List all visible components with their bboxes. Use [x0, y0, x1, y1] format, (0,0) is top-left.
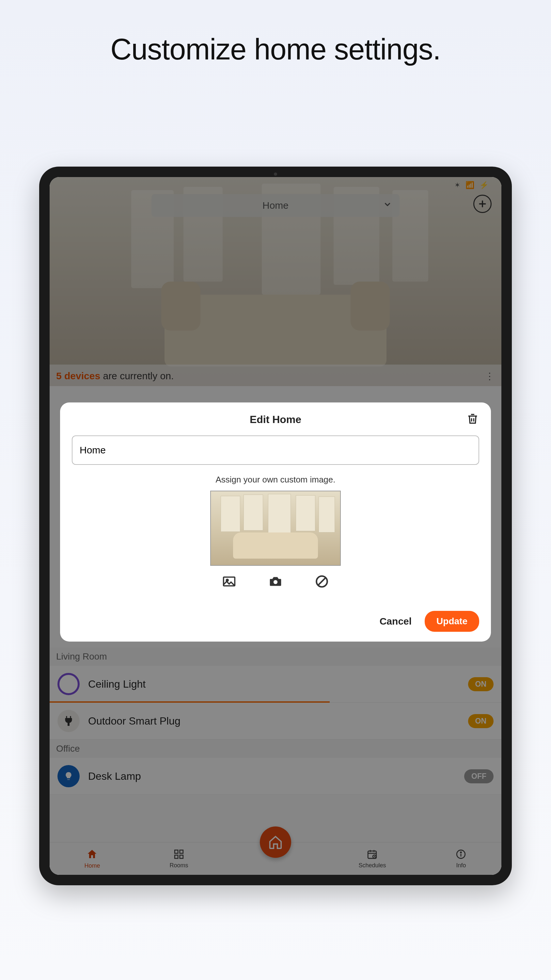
- modal-subtext: Assign your own custom image.: [72, 475, 479, 485]
- home-name-input[interactable]: [72, 436, 479, 465]
- cancel-button[interactable]: Cancel: [380, 616, 411, 627]
- tablet-frame: ✶📶⚡ Home 5 devices are currently on. ⋮: [39, 167, 512, 885]
- edit-home-modal: Edit Home Assign your own custom image.: [60, 402, 491, 641]
- update-button[interactable]: Update: [425, 611, 479, 632]
- svg-point-21: [273, 580, 278, 584]
- camera-button[interactable]: [267, 573, 284, 590]
- image-actions: [72, 573, 479, 590]
- tablet-screen: ✶📶⚡ Home 5 devices are currently on. ⋮: [49, 177, 502, 875]
- modal-title: Edit Home: [250, 414, 301, 425]
- svg-line-23: [318, 578, 326, 585]
- remove-image-button[interactable]: [313, 573, 330, 590]
- page-title: Customize home settings.: [0, 0, 551, 66]
- delete-button[interactable]: [466, 412, 479, 425]
- custom-image-preview[interactable]: [210, 491, 341, 566]
- gallery-button[interactable]: [221, 573, 238, 590]
